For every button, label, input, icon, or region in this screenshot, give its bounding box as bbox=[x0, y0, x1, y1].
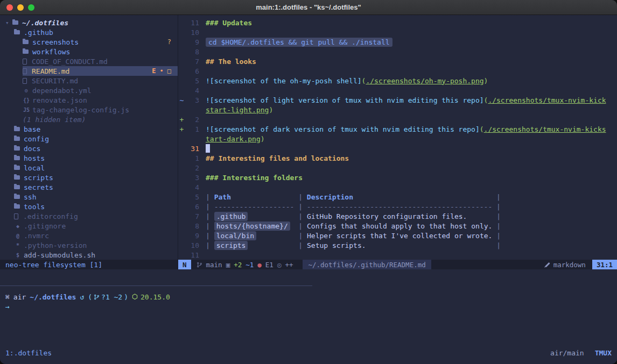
sign-column bbox=[178, 212, 185, 220]
document-icon bbox=[23, 59, 27, 65]
sign-column bbox=[178, 67, 185, 75]
tmux-window-name[interactable]: 1:.dotfiles bbox=[5, 349, 52, 357]
editor-line[interactable]: 8 bbox=[178, 47, 617, 56]
tree-item-label: dependabot.yml bbox=[32, 87, 92, 95]
editor-buffer[interactable]: 11### Updates 10 9cd $HOME/.dotfiles && … bbox=[178, 15, 617, 260]
editor-line[interactable]: 8| hosts/{hostname}/ | Configs that shou… bbox=[178, 221, 617, 231]
tree-item-security-md[interactable]: SECURITY.md bbox=[0, 76, 178, 85]
tree-item-screenshots[interactable]: screenshots? bbox=[0, 37, 178, 47]
tree-item-local[interactable]: local bbox=[0, 163, 178, 173]
shell-input-line[interactable]: → bbox=[5, 302, 10, 311]
tree-item-tools[interactable]: tools bbox=[0, 202, 178, 211]
line-text: | .github | GitHub Repository configurat… bbox=[206, 212, 501, 220]
editor-line[interactable]: 3### Interesting folders bbox=[178, 173, 617, 182]
editor-line[interactable]: tart-dark.png) bbox=[178, 134, 617, 144]
tree-item-renovate-json[interactable]: {}renovate.json bbox=[0, 95, 178, 105]
git-branch-icon bbox=[94, 294, 100, 300]
tree-item-dotfiles[interactable]: ▾~/.dotfiles bbox=[0, 18, 178, 27]
folder-icon bbox=[12, 20, 18, 25]
tree-item-dependabot-yml[interactable]: ⚙dependabot.yml bbox=[0, 85, 178, 95]
tree-item-ssh[interactable]: ssh bbox=[0, 192, 178, 202]
at-icon: @ bbox=[14, 233, 22, 239]
line-number: 5 bbox=[185, 193, 199, 201]
tree-item-code-of-conduct-md[interactable]: CODE_OF_CONDUCT.md bbox=[0, 56, 178, 66]
editor-line[interactable]: 31 bbox=[178, 144, 617, 153]
tree-item-secrets[interactable]: secrets bbox=[0, 182, 178, 192]
statusline-filepath[interactable]: ~/.dotfiles/.github/README.md bbox=[303, 260, 431, 269]
tmux-pane-border[interactable] bbox=[0, 286, 312, 286]
tree-item-hosts[interactable]: hosts bbox=[0, 153, 178, 163]
tree-item-label: config bbox=[24, 135, 49, 143]
diff-icon: ▣ bbox=[226, 261, 230, 269]
editor-line[interactable]: 9| local/bin | Helper scripts that I've … bbox=[178, 231, 617, 240]
tree-item-label: scripts bbox=[24, 174, 53, 182]
editor-line[interactable]: 1## Interesting files and locations bbox=[178, 153, 617, 163]
editor-line[interactable]: 9cd $HOME/.dotfiles && git pull && ./ins… bbox=[178, 37, 617, 47]
tree-item-tag-changelog-config-js[interactable]: JStag-changelog-config.js bbox=[0, 105, 178, 115]
tree-item-label: .python-version bbox=[24, 241, 87, 249]
line-text: ![screenshot of the oh-my-posh shell](./… bbox=[206, 77, 488, 85]
editor-line[interactable]: 10 bbox=[178, 27, 617, 37]
line-number: 7 bbox=[185, 212, 199, 220]
editor-line[interactable]: 11 bbox=[178, 250, 617, 260]
tree-item-nvmrc[interactable]: @.nvmrc bbox=[0, 231, 178, 240]
tree-item-github[interactable]: .github bbox=[0, 27, 178, 37]
titlebar[interactable]: main:1:.dotfiles - "ks~/.dotfiles" bbox=[0, 0, 617, 15]
sign-column bbox=[178, 28, 185, 37]
editor-line[interactable]: 5![screenshot of the oh-my-posh shell](.… bbox=[178, 76, 617, 85]
editor-line[interactable]: 11### Updates bbox=[178, 18, 617, 27]
editor-line[interactable]: +1![screenshot of dark version of tmux w… bbox=[178, 124, 617, 134]
prompt-host: air bbox=[13, 293, 26, 301]
minimize-button[interactable] bbox=[17, 4, 24, 11]
terminal-window: main:1:.dotfiles - "ks~/.dotfiles" ▾~/.d… bbox=[0, 0, 617, 364]
diagnostic-error-badge: E bbox=[152, 67, 156, 75]
folder-icon bbox=[14, 195, 20, 199]
tree-item-workflows[interactable]: workflows bbox=[0, 47, 178, 56]
tree-item-label: (1 hidden item) bbox=[23, 116, 86, 124]
editor-line[interactable]: 7## The looks bbox=[178, 56, 617, 66]
editor-line[interactable]: +2 bbox=[178, 115, 617, 124]
tree-item-config[interactable]: config bbox=[0, 134, 178, 144]
asterisk-icon: * bbox=[14, 242, 22, 248]
line-number: 4 bbox=[185, 183, 199, 191]
statusline-git-section[interactable]: main ▣ +2 ~1 ● E1 ◎ ++ bbox=[191, 260, 299, 269]
git-sign: + bbox=[178, 116, 185, 124]
sign-column bbox=[178, 135, 185, 143]
editor-pane[interactable]: 11### Updates 10 9cd $HOME/.dotfiles && … bbox=[178, 15, 617, 269]
javascript-icon: JS bbox=[23, 107, 30, 113]
tree-item-editorconfig[interactable]: .editorconfig bbox=[0, 211, 178, 221]
tree-item-label: SECURITY.md bbox=[32, 77, 78, 85]
git-untracked-badge: ? bbox=[167, 38, 171, 46]
zoom-button[interactable] bbox=[28, 4, 34, 11]
tree-item-label: base bbox=[24, 125, 40, 133]
editor-line[interactable]: 4 bbox=[178, 182, 617, 192]
tree-item-add-submodules-sh[interactable]: $add-submodules.sh bbox=[0, 250, 178, 260]
tree-item-python-version[interactable]: *.python-version bbox=[0, 240, 178, 250]
editor-line[interactable]: 2 bbox=[178, 163, 617, 173]
git-sign: + bbox=[178, 125, 185, 133]
tree-item-1-hidden-item[interactable]: (1 hidden item) bbox=[0, 115, 178, 124]
diff-added: +2 bbox=[234, 261, 242, 269]
tree-item-readme-md[interactable]: README.mdE•□ bbox=[0, 66, 178, 76]
editor-line[interactable]: 6 bbox=[178, 66, 617, 76]
editor-line[interactable]: ~3![screenshot of light version of tmux … bbox=[178, 95, 617, 105]
nodejs-icon bbox=[132, 294, 138, 300]
tree-item-label: .github bbox=[24, 28, 53, 37]
tree-item-docs[interactable]: docs bbox=[0, 144, 178, 153]
editor-line[interactable]: 7| .github | GitHub Repository configura… bbox=[178, 211, 617, 221]
close-button[interactable] bbox=[6, 4, 13, 11]
tree-item-label: .gitignore bbox=[24, 222, 66, 230]
git-sign: ~ bbox=[178, 96, 185, 104]
editor-line[interactable]: 6| ------------------- | ---------------… bbox=[178, 202, 617, 211]
editor-line[interactable]: 5| Path | Description | bbox=[178, 192, 617, 202]
expander-icon[interactable]: ▾ bbox=[5, 19, 12, 26]
tree-item-label: renovate.json bbox=[32, 96, 87, 104]
tree-item-gitignore[interactable]: ◆.gitignore bbox=[0, 221, 178, 231]
line-text: | Path | Description | bbox=[206, 193, 501, 201]
editor-line[interactable]: 4 bbox=[178, 85, 617, 95]
tree-item-base[interactable]: base bbox=[0, 124, 178, 134]
editor-line[interactable]: start-light.png) bbox=[178, 105, 617, 115]
tree-item-scripts[interactable]: scripts bbox=[0, 173, 178, 182]
shell-prompt[interactable]: ⌘ air ~/.dotfiles ↺ ( ?1 ~2 ) 20.15.0 bbox=[5, 292, 170, 302]
editor-line[interactable]: 10| scripts | Setup scripts. | bbox=[178, 240, 617, 250]
